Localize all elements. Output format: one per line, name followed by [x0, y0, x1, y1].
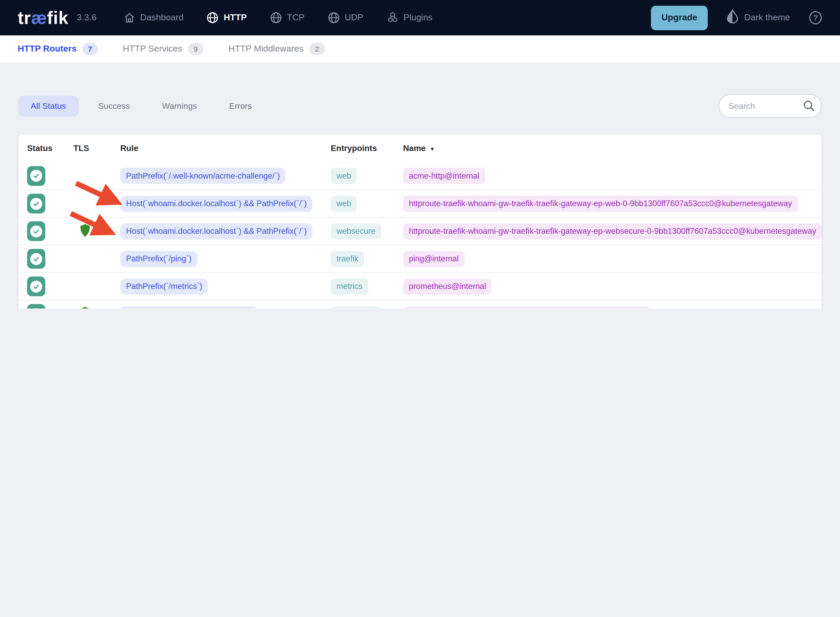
entrypoint-badge: websecure [331, 223, 381, 239]
status-enabled-icon [27, 221, 45, 241]
dark-theme-toggle[interactable]: Dark theme [726, 9, 790, 26]
entrypoint-badge: websecure [331, 306, 381, 308]
nav-item-plugins[interactable]: Plugins [387, 12, 433, 24]
status-enabled-icon [27, 276, 45, 296]
main-nav: DashboardHTTPTCPUDPPlugins [124, 12, 433, 24]
globe-icon [270, 12, 282, 24]
name-badge: httproute-traefik-whoami-gw-traefik-trae… [403, 223, 822, 239]
table-header-row: Status TLS Rule Entrypoints Name▼ [18, 134, 822, 162]
table-row[interactable]: PathPrefix(`/ping`) traefik ping@interna… [18, 245, 822, 272]
name-badge: traefik-traefik-dashboard-af1d2ddb83a06e… [403, 306, 651, 308]
name-badge: prometheus@internal [403, 278, 492, 294]
status-filter-row: All StatusSuccessWarningsErrors [18, 96, 822, 117]
rule-badge[interactable]: PathPrefix(`/metrics`) [120, 278, 208, 294]
entrypoint-badge: traefik [331, 251, 364, 267]
table-row[interactable]: Host(`whoami.docker.localhost`) && PathP… [18, 217, 822, 245]
column-header-entrypoints[interactable]: Entrypoints [331, 143, 403, 153]
tls-shield-icon [80, 223, 91, 237]
globe-icon [328, 12, 340, 24]
column-header-status[interactable]: Status [18, 143, 74, 153]
search-box [719, 94, 822, 118]
version-label: 3.3.6 [77, 12, 97, 23]
rule-badge[interactable]: PathPrefix(`/ping`) [120, 251, 197, 267]
logo-ae: æ [31, 7, 47, 28]
table-row[interactable]: PathPrefix(`/.well-known/acme-challenge/… [18, 162, 822, 189]
entrypoint-badge: metrics [331, 278, 368, 294]
name-badge: ping@internal [403, 251, 465, 267]
column-header-name[interactable]: Name▼ [403, 143, 822, 153]
tab-count-badge: 2 [309, 43, 325, 55]
navbar-right: Upgrade Dark theme ? [651, 6, 822, 30]
rule-badge[interactable]: PathPrefix(`/.well-known/acme-challenge/… [120, 168, 286, 184]
status-enabled-icon [27, 249, 45, 269]
section-tabs: HTTP Routers7HTTP Services9HTTP Middlewa… [0, 35, 840, 62]
entrypoint-badge: web [331, 195, 357, 212]
tab-http-services[interactable]: HTTP Services9 [123, 43, 204, 55]
table-body: PathPrefix(`/.well-known/acme-challenge/… [18, 162, 822, 308]
search-input[interactable] [719, 94, 822, 118]
nav-item-udp[interactable]: UDP [328, 12, 363, 24]
tab-http-routers[interactable]: HTTP Routers7 [18, 43, 98, 55]
traefik-dashboard-page: træfik 3.3.6 DashboardHTTPTCPUDPPlugins … [0, 0, 840, 308]
column-header-rule[interactable]: Rule [120, 143, 331, 153]
filter-success[interactable]: Success [86, 96, 142, 117]
table-row[interactable]: Host(`dashboard.docker.localhost`) webse… [18, 300, 822, 308]
traefik-logo[interactable]: træfik [18, 7, 68, 28]
status-filters: All StatusSuccessWarningsErrors [18, 96, 264, 117]
name-badge: acme-http@internal [403, 168, 485, 184]
nav-item-http[interactable]: HTTP [207, 12, 247, 24]
home-icon [124, 12, 136, 24]
top-navbar: træfik 3.3.6 DashboardHTTPTCPUDPPlugins … [0, 0, 840, 35]
tls-shield-icon [80, 306, 91, 308]
column-header-tls[interactable]: TLS [74, 143, 120, 153]
tab-count-badge: 9 [188, 43, 204, 55]
nav-item-tcp[interactable]: TCP [270, 12, 305, 24]
dark-theme-label: Dark theme [744, 12, 790, 23]
table-row[interactable]: PathPrefix(`/metrics`) metrics prometheu… [18, 272, 822, 300]
status-enabled-icon [27, 194, 45, 214]
filter-all-status[interactable]: All Status [18, 96, 78, 117]
tab-http-middlewares[interactable]: HTTP Middlewares2 [228, 43, 325, 55]
status-enabled-icon [27, 166, 45, 186]
nav-item-dashboard[interactable]: Dashboard [124, 12, 183, 24]
status-enabled-icon [27, 304, 45, 308]
logo-text: fik [47, 7, 68, 28]
contrast-droplet-icon [726, 9, 738, 26]
entrypoint-badge: web [331, 168, 357, 184]
help-icon[interactable]: ? [809, 11, 822, 25]
routers-table: Status TLS Rule Entrypoints Name▼ PathPr… [18, 134, 822, 308]
upgrade-button[interactable]: Upgrade [651, 6, 708, 30]
globe-icon [207, 12, 219, 24]
filter-errors[interactable]: Errors [217, 96, 264, 117]
rule-badge[interactable]: Host(`dashboard.docker.localhost`) [120, 306, 257, 308]
rule-badge[interactable]: Host(`whoami.docker.localhost`) && PathP… [120, 195, 313, 212]
tab-count-badge: 7 [82, 43, 98, 55]
logo-text: tr [18, 7, 31, 28]
svg-text:?: ? [813, 13, 818, 22]
name-badge: httproute-traefik-whoami-gw-traefik-trae… [403, 195, 797, 212]
cubes-icon [387, 12, 399, 24]
table-row[interactable]: Host(`whoami.docker.localhost`) && PathP… [18, 189, 822, 217]
rule-badge[interactable]: Host(`whoami.docker.localhost`) && PathP… [120, 223, 313, 239]
filter-warnings[interactable]: Warnings [149, 96, 210, 117]
sort-desc-icon: ▼ [430, 146, 435, 152]
content-area: All StatusSuccessWarningsErrors Status T… [0, 96, 840, 308]
